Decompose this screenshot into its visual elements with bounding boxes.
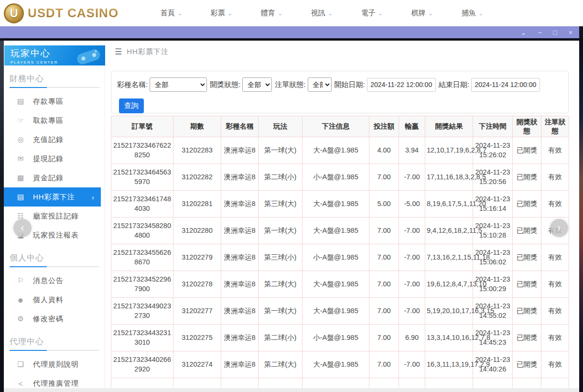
sidebar-item-hh-lottery-bets[interactable]: ▤HH彩票下注› [4,187,101,207]
hamburger-menu-icon[interactable]: ☰ [115,47,122,57]
sidebar-item-label: 個人資料 [33,295,64,305]
table-cell: 7.00 [369,351,399,378]
deposit-area-icon: ▤ [16,97,25,106]
nav-item-live-casino[interactable]: 視訊⌄ [297,9,347,18]
table-row: 215217323440266292031202274澳洲幸运8第二球(大)大-… [111,351,569,378]
table-cell: -7.00 [399,351,425,378]
table-cell [513,378,541,389]
window-collapse-icon[interactable]: ⌄ [520,29,526,36]
nav-item-label: 棋牌 [411,9,426,17]
nav-item-lottery[interactable]: 彩票⌄ [196,9,247,18]
backdrop-strip-left [0,41,4,392]
brand: U USDT CASINO [4,3,119,23]
table-cell: 16,3,11,13,19,17,2,9 [425,351,473,378]
nav-item-slots[interactable]: 電子⌄ [347,9,397,18]
column-header: 輸贏 [399,116,425,137]
sidebar-collapse-button[interactable]: ‹ [13,219,32,237]
table-row: 215217323452296790031202278澳洲幸运8第二球(大)大-… [111,271,569,298]
table-cell [425,378,473,389]
table-cell: 大-A盤@1.985 [302,271,369,298]
table-cell: 有效 [541,164,569,191]
page: U USDT CASINO 首頁⌄彩票⌄體育⌄視訊⌄電子⌄棋牌⌄捕魚⌄ ⌄ − … [0,0,583,392]
main-nav: 首頁⌄彩票⌄體育⌄視訊⌄電子⌄棋牌⌄捕魚⌄ [146,9,497,18]
table-cell: 8,19,6,17,5,1,11,20 [425,191,473,218]
column-header: 開獎結果 [425,116,473,137]
content-scroll-right-button[interactable]: › [550,219,568,237]
table-cell: 5.00 [369,191,399,218]
table-cell: 有效 [541,271,569,298]
sidebar-item-label: 充值記錄 [33,135,64,144]
nav-item-label: 體育 [261,9,275,17]
agent-promotion-icon: < [16,380,25,388]
lottery-name-select[interactable]: 全部 [150,77,207,92]
sidebar-item-withdraw-area[interactable]: ☞取款專區 [4,111,105,130]
sidebar-item-agent-rules[interactable]: ❏代理規則說明 [4,355,105,374]
table-cell: 31202282 [173,164,221,191]
window-maximize-icon[interactable]: □ [553,29,557,36]
sidebar-item-announcements[interactable]: ⚐消息公告 [4,271,105,290]
table-cell: 澳洲幸运8 [221,137,259,164]
table-cell: 已開獎 [513,298,541,325]
table-cell: 第一球(大) [259,298,302,325]
nav-item-sports[interactable]: 體育⌄ [247,9,297,18]
table-cell [473,378,513,389]
horizontal-scrollbar[interactable] [4,388,579,392]
table-cell [302,378,369,389]
order-status-label: 注單狀態: [275,80,305,89]
window-close-icon[interactable]: × [569,29,572,36]
chevron-down-icon: ⌄ [378,10,383,17]
table-cell: 第二球(大) [259,271,302,298]
table-cell: 有效 [541,191,569,218]
table-cell: 31202283 [173,137,221,164]
table-header-row: 訂單號期數彩種名稱玩法下注信息投注額輸贏開獎結果下注時間開獎狀態注單狀態 [111,116,569,137]
table-cell: 已開獎 [513,164,541,191]
table-cell: 澳洲幸运8 [221,271,259,298]
table-cell: -7.00 [399,164,425,191]
table-cell: 第二球(小) [259,164,302,191]
column-header: 玩法 [259,116,302,137]
table-cell: 31202278 [173,271,221,298]
table-cell: 大-A盤@1.985 [302,298,369,325]
sidebar-item-recharge-records[interactable]: ◎充值記錄 [4,130,105,149]
end-date-input[interactable] [471,78,540,92]
table-cell: 7.00 [369,218,399,244]
breadcrumb: ☰ HH彩票下注 [105,41,579,57]
window-titlebar: ⌄ − □ × [0,26,579,38]
column-header: 投注額 [369,116,399,137]
change-password-icon: ⚙ [16,315,25,323]
table-cell: 澳洲幸运8 [221,218,259,244]
draw-status-select[interactable]: 全部 [242,77,272,92]
app-window: 玩家中心 PLAYERS CENTER 財務中心▤存款專區☞取款專區◎充值記錄✉… [4,41,579,392]
end-date-label: 結束日期: [439,80,469,89]
window-minimize-icon[interactable]: − [538,29,541,36]
sidebar-item-withdrawal-records[interactable]: ✉提現記錄 [4,149,105,168]
nav-item-card-games[interactable]: 棋牌⌄ [397,9,447,18]
sidebar-item-deposit-area[interactable]: ▤存款專區 [4,92,105,111]
table-cell: 有效 [541,325,569,351]
start-date-input[interactable] [367,78,436,92]
table-cell: 2152173234617484030 [111,191,173,218]
nav-item-home[interactable]: 首頁⌄ [146,9,196,18]
nav-item-label: 視訊 [311,9,325,17]
table-cell: 2152173234582804800 [111,218,173,244]
filter-row: 彩種名稱: 全部 開獎狀態: 全部 注單狀態: 全部 開始日期: 結束日期: [111,71,568,92]
hh-lottery-bets-icon: ▤ [16,193,25,201]
section-underline [10,87,99,88]
table-cell: 大-A盤@1.985 [302,191,369,218]
sidebar-item-change-password[interactable]: ⚙修改密碼 [4,309,105,328]
sidebar-item-label: 代理規則說明 [33,360,79,369]
nav-item-label: 捕魚 [462,9,476,17]
sidebar-item-funds-records[interactable]: ▦資金記錄 [4,168,105,187]
nav-item-fishing[interactable]: 捕魚⌄ [447,9,497,18]
announcements-icon: ⚐ [16,276,25,285]
order-status-select[interactable]: 全部 [308,77,332,92]
table-cell: -7.00 [399,244,425,271]
table-cell: 7.00 [369,244,399,271]
table-cell: 已開獎 [513,244,541,271]
personal-profile-icon: ☻ [16,296,25,304]
sidebar-item-personal-profile[interactable]: ☻個人資料 [4,290,105,309]
query-button[interactable]: 查詢 [119,98,144,113]
table-cell [173,378,221,389]
table-cell: -7.00 [399,271,425,298]
sidebar-item-label: 取款專區 [33,116,64,125]
